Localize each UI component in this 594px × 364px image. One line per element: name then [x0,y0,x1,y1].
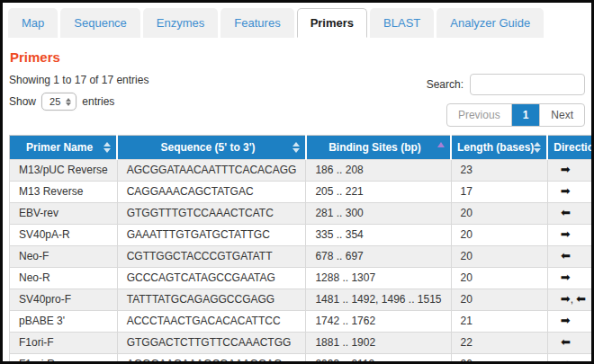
pagination: Previous 1 Next [446,103,585,127]
direction-right-icon: ➡ [561,185,571,197]
direction-left-icon: ➡ [561,207,571,218]
tab-enzymes[interactable]: Enzymes [143,8,218,38]
binding-sites-cell: 2093 .. 2112 [306,354,451,364]
search-label: Search: [427,78,464,91]
sequence-cell: AGCGGATAACAATTTCACACAGG [117,160,306,182]
column-header-length-bases-[interactable]: Length (bases) [451,136,547,160]
column-header-binding-sites-bp-[interactable]: Binding Sites (bp) [306,136,451,160]
binding-sites-cell: 678 .. 697 [306,246,451,268]
direction-right-icon: ➡ [561,271,571,283]
table-row: M13/pUC ReverseAGCGGATAACAATTTCACACAGG18… [10,160,594,182]
table-row: SV40pA-RGAAATTTGTGATGCTATTGC335 .. 35420… [10,225,594,246]
select-stepper-icon [66,98,71,106]
column-header-direction[interactable]: Direction [547,136,594,160]
pagination-page-1-button[interactable]: 1 [511,104,541,126]
entries-label: entries [82,95,114,108]
primer-name-cell: SV40pA-R [10,225,118,246]
length-cell: 20 [451,268,547,289]
direction-cell: ➡ [547,203,594,225]
tab-primers[interactable]: Primers [297,8,367,38]
table-row: F1ori-RAGGGAAGAAAGCGAAAGGAG2093 .. 21122… [10,354,594,364]
direction-cell: ➡, ➡ [547,289,594,311]
primers-panel: Primers Showing 1 to 17 of 17 entries Sh… [3,49,591,364]
direction-cell: ➡ [547,225,594,246]
search-control: Search: [427,74,585,95]
table-row: EBV-revGTGGTTTGTCCAAACTCATC281 .. 30020➡ [10,203,594,225]
direction-cell: ➡ [547,246,594,268]
table-row: SV40pro-FTATTTATGCAGAGGCCGAGG1481 .. 149… [10,289,594,311]
direction-left-icon: ➡ [561,336,571,348]
sort-icon [104,142,111,153]
binding-sites-cell: 205 .. 221 [306,182,451,203]
direction-left-icon: ➡ [576,293,586,305]
table-row: Neo-FCGTTGGCTACCCGTGATATT678 .. 69720➡ [10,246,594,268]
primer-name-cell: Neo-R [10,268,118,289]
sequence-cell: CAGGAAACAGCTATGAC [117,182,306,203]
binding-sites-cell: 1881 .. 1902 [306,333,451,354]
primers-table-body: M13/pUC ReverseAGCGGATAACAATTTCACACAGG18… [10,160,594,364]
app-window: MapSequenceEnzymesFeaturesPrimersBLASTAn… [0,0,594,364]
table-controls: Showing 1 to 17 of 17 entries Show 25 en… [9,74,585,127]
length-cell: 20 [451,289,547,311]
search-input[interactable] [470,74,585,95]
length-cell: 20 [451,354,547,364]
binding-sites-cell: 335 .. 354 [306,225,451,246]
direction-cell: ➡ [547,311,594,333]
primer-name-cell: F1ori-F [10,333,118,354]
page-size-select[interactable]: 25 [41,93,76,111]
sequence-cell: TATTTATGCAGAGGCCGAGG [117,289,306,311]
binding-sites-cell: 1481 .. 1492, 1496 .. 1515 [306,289,451,311]
length-cell: 22 [451,333,547,354]
direction-right-icon: ➡ [561,315,571,326]
length-cell: 17 [451,182,547,203]
page-size-control: Show 25 entries [9,93,148,111]
tab-map[interactable]: Map [8,8,58,38]
direction-right-icon: ➡ [561,228,571,240]
binding-sites-cell: 1742 .. 1762 [306,311,451,333]
tab-analyzer-guide[interactable]: Analyzer Guide [436,8,544,38]
primer-name-cell: Neo-F [10,246,118,268]
sequence-cell: AGGGAAGAAAGCGAAAGGAG [117,354,306,364]
column-header-sequence-5-to-3-[interactable]: Sequence (5' to 3') [117,136,306,160]
primer-name-cell: M13 Reverse [10,182,118,203]
direction-cell: ➡ [547,160,594,182]
direction-right-icon: ➡ [561,164,571,175]
direction-cell: ➡ [547,268,594,289]
primer-name-cell: pBABE 3' [10,311,118,333]
column-header-primer-name[interactable]: Primer Name [10,136,118,160]
tab-bar: MapSequenceEnzymesFeaturesPrimersBLASTAn… [3,3,591,38]
page-size-value: 25 [50,96,60,107]
tab-sequence[interactable]: Sequence [60,8,140,38]
direction-cell: ➡ [547,354,594,364]
table-row: F1ori-FGTGGACTCTTGTTCCAAACTGG1881 .. 190… [10,333,594,354]
sequence-cell: GTGGTTTGTCCAAACTCATC [117,203,306,225]
length-cell: 20 [451,246,547,268]
primer-name-cell: SV40pro-F [10,289,118,311]
page-title: Primers [10,49,585,65]
sort-icon [292,142,300,153]
direction-left-icon: ➡ [561,250,571,262]
sequence-cell: GTGGACTCTTGTTCCAAACTGG [117,333,306,354]
direction-right-icon: ➡ [561,358,571,364]
table-row: Neo-RGCCCAGTCATAGCCGAATAG1288 .. 130720➡ [10,268,594,289]
primer-name-cell: EBV-rev [10,203,118,225]
table-header-row: Primer NameSequence (5' to 3')Binding Si… [10,136,594,160]
length-cell: 21 [451,311,547,333]
length-cell: 23 [451,160,547,182]
controls-left: Showing 1 to 17 of 17 entries Show 25 en… [9,74,148,111]
show-label: Show [9,95,36,108]
direction-cell: ➡ [547,182,594,203]
binding-sites-cell: 281 .. 300 [306,203,451,225]
tab-features[interactable]: Features [220,8,293,38]
primer-name-cell: F1ori-R [10,354,118,364]
pagination-previous-button[interactable]: Previous [447,104,511,126]
showing-entries-text: Showing 1 to 17 of 17 entries [9,74,148,86]
controls-right: Search: Previous 1 Next [427,74,585,127]
sequence-cell: CGTTGGCTACCCGTGATATT [117,246,306,268]
table-row: pBABE 3'ACCCTAACTGACACACATTCC1742 .. 176… [10,311,594,333]
sequence-cell: GAAATTTGTGATGCTATTGC [117,225,306,246]
binding-sites-cell: 1288 .. 1307 [306,268,451,289]
sort-icon [534,142,541,153]
tab-blast[interactable]: BLAST [370,8,434,38]
pagination-next-button[interactable]: Next [540,104,584,126]
